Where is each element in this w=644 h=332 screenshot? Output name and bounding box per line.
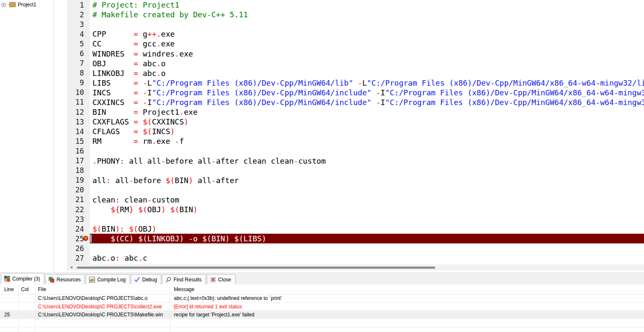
code-text[interactable]: INCS = -I"C:/Program Files (x86)/Dev-Cpp… — [90, 88, 644, 97]
code-line[interactable]: 26 — [68, 243, 644, 253]
code-text[interactable] — [90, 185, 644, 195]
tab-compile-log[interactable]: Compile Log — [86, 274, 130, 284]
code-line[interactable]: 2# Makefile created by Dev-C++ 5.11 — [68, 10, 644, 19]
table-row[interactable]: 25C:\Users\LENOVO\Desktop\C PROJECTS\Mak… — [0, 311, 644, 319]
line-number[interactable]: 16 — [68, 146, 90, 156]
code-text[interactable] — [90, 146, 644, 156]
tab-compiler-3[interactable]: Compiler (3) — [1, 273, 44, 284]
code-text[interactable]: WINDRES = windres.exe — [90, 49, 644, 58]
line-number[interactable]: 8 — [68, 68, 90, 78]
code-text[interactable]: $(BIN): $(OBJ) — [90, 224, 644, 234]
code-text[interactable]: .PHONY: all all-before all-after clean c… — [90, 156, 644, 166]
tree-expand-icon[interactable]: + — [2, 3, 5, 7]
line-number[interactable]: 20 — [68, 185, 90, 195]
code-line[interactable]: 5CC = gcc.exe — [68, 39, 644, 49]
scrollbar-left-arrow-icon[interactable]: ◄ — [68, 265, 75, 270]
line-number[interactable]: 5 — [68, 39, 90, 49]
scrollbar-thumb[interactable] — [77, 267, 435, 269]
code-text[interactable]: ${RM} $(OBJ) $(BIN) — [90, 205, 644, 214]
line-number[interactable]: 18 — [68, 166, 90, 175]
code-line[interactable]: 24$(BIN): $(OBJ) — [68, 224, 644, 234]
table-row[interactable]: C:\Users\LENOVO\Desktop\C PROJECTS\abc.o… — [0, 294, 644, 302]
table-row[interactable]: C:\Users\LENOVO\Desktop\C PROJECTS\colle… — [0, 302, 644, 310]
tab-close[interactable]: Close — [207, 274, 235, 284]
code-text[interactable]: RM = rm.exe -f — [90, 136, 644, 146]
code-text[interactable]: LINKOBJ = abc.o — [90, 68, 644, 78]
line-number[interactable]: 12 — [68, 107, 90, 117]
line-number[interactable]: 22 — [68, 205, 90, 214]
line-number[interactable]: 1 — [68, 0, 90, 10]
line-number[interactable]: 11 — [68, 97, 90, 107]
code-line[interactable]: 23 — [68, 214, 644, 224]
line-number[interactable]: 24 — [68, 224, 90, 234]
line-number[interactable]: 4 — [68, 29, 90, 39]
code-line[interactable]: 11CXXINCS = -I"C:/Program Files (x86)/De… — [68, 97, 644, 107]
code-text[interactable]: CXXFLAGS = $(CXXINCS) — [90, 117, 644, 127]
code-line[interactable]: 8LINKOBJ = abc.o — [68, 68, 644, 78]
code-line[interactable]: 25✕ $(CC) $(LINKOBJ) -o $(BIN) $(LIBS) — [68, 234, 644, 243]
code-text[interactable]: CC = gcc.exe — [90, 39, 644, 49]
code-text[interactable] — [90, 19, 644, 29]
line-number[interactable]: 10 — [68, 88, 90, 97]
line-number[interactable]: 2 — [68, 10, 90, 19]
line-number[interactable]: 19 — [68, 175, 90, 185]
line-number[interactable]: 17 — [68, 156, 90, 166]
code-line[interactable]: 13CXXFLAGS = $(CXXINCS) — [68, 117, 644, 127]
code-line[interactable]: 14CFLAGS = $(INCS) — [68, 127, 644, 136]
code-line[interactable]: 4CPP = g++.exe — [68, 29, 644, 39]
line-number[interactable]: 26 — [68, 243, 90, 253]
code-line[interactable]: 3 — [68, 19, 644, 29]
table-row[interactable] — [0, 319, 644, 327]
code-text[interactable]: CXXINCS = -I"C:/Program Files (x86)/Dev-… — [90, 97, 644, 107]
code-line[interactable]: 18 — [68, 166, 644, 175]
code-text[interactable]: # Project: Project1 — [90, 0, 644, 10]
code-line[interactable]: 9LIBS = -L"C:/Program Files (x86)/Dev-Cp… — [68, 78, 644, 88]
line-number[interactable]: 14 — [68, 127, 90, 136]
code-line[interactable]: 22 ${RM} $(OBJ) $(BIN) — [68, 205, 644, 214]
code-text[interactable]: CPP = g++.exe — [90, 29, 644, 39]
code-text[interactable]: all: all-before $(BIN) all-after — [90, 175, 644, 185]
table-row[interactable] — [0, 327, 644, 332]
code-line[interactable]: 19all: all-before $(BIN) all-after — [68, 175, 644, 185]
code-text[interactable] — [90, 243, 644, 253]
code-line[interactable]: 12BIN = Project1.exe — [68, 107, 644, 117]
tab-resources[interactable]: Resources — [45, 274, 85, 284]
code-text[interactable]: abc.o: abc.c — [90, 253, 644, 263]
line-number[interactable]: 13 — [68, 117, 90, 127]
code-text[interactable]: $(CC) $(LINKOBJ) -o $(BIN) $(LIBS) — [90, 234, 644, 243]
line-number[interactable]: 21 — [68, 195, 90, 205]
code-line[interactable]: 6WINDRES = windres.exe — [68, 49, 644, 58]
line-number[interactable]: 7 — [68, 59, 90, 68]
horizontal-scrollbar[interactable]: ◄ — [68, 265, 644, 270]
code-text[interactable]: clean: clean-custom — [90, 195, 644, 205]
code-line[interactable]: 7OBJ = abc.o — [68, 59, 644, 68]
code-line[interactable]: 20 — [68, 185, 644, 195]
code-line[interactable]: 10INCS = -I"C:/Program Files (x86)/Dev-C… — [68, 88, 644, 97]
editor-viewport[interactable]: 1# Project: Project12# Makefile created … — [68, 0, 644, 265]
line-number[interactable]: 3 — [68, 19, 90, 29]
tab-find-results[interactable]: Find Results — [162, 274, 206, 284]
line-number[interactable]: 25✕ — [68, 234, 90, 243]
code-line[interactable]: 16 — [68, 146, 644, 156]
line-number[interactable]: 15 — [68, 136, 90, 146]
project-tree-item[interactable]: + Project1 — [0, 0, 54, 8]
tab-debug[interactable]: Debug — [131, 274, 161, 284]
code-text[interactable] — [90, 166, 644, 175]
code-text[interactable] — [90, 214, 644, 224]
code-line[interactable]: 21clean: clean-custom — [68, 195, 644, 205]
code-line[interactable]: 17.PHONY: all all-before all-after clean… — [68, 156, 644, 166]
line-number[interactable]: 6 — [68, 49, 90, 58]
line-number[interactable]: 23 — [68, 214, 90, 224]
code-text[interactable]: CFLAGS = $(INCS) — [90, 127, 644, 136]
line-number[interactable]: 9 — [68, 78, 90, 88]
code-text[interactable]: BIN = Project1.exe — [90, 107, 644, 117]
code-editor[interactable]: 1# Project: Project12# Makefile created … — [68, 0, 644, 273]
code-text[interactable]: # Makefile created by Dev-C++ 5.11 — [90, 10, 644, 19]
code-text[interactable]: OBJ = abc.o — [90, 59, 644, 68]
code-line[interactable]: 15RM = rm.exe -f — [68, 136, 644, 146]
code-line[interactable]: 27abc.o: abc.c — [68, 253, 644, 263]
line-number[interactable]: 27 — [68, 253, 90, 263]
code-token: exe — [179, 49, 193, 58]
code-text[interactable]: LIBS = -L"C:/Program Files (x86)/Dev-Cpp… — [90, 78, 644, 88]
code-line[interactable]: 1# Project: Project1 — [68, 0, 644, 10]
